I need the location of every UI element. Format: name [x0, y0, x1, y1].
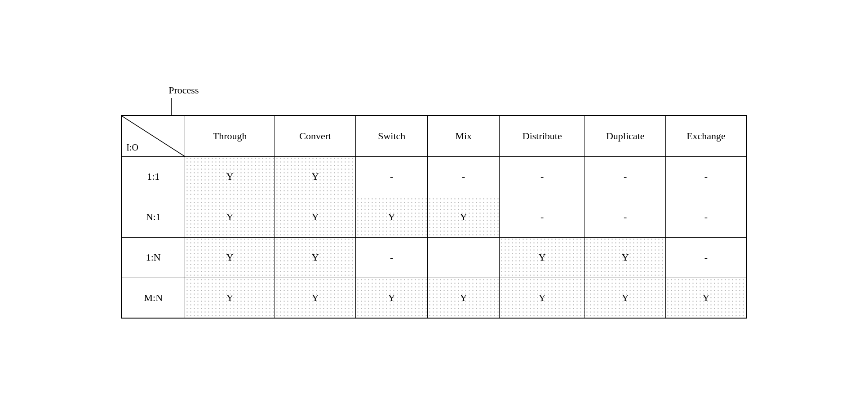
cell-r0-c4: - — [500, 156, 585, 197]
cell-r3-c4: Y — [500, 278, 585, 318]
table-row: 1:1YY----- — [121, 156, 747, 197]
table-wrapper: I:O Through Convert Switch Mix — [121, 115, 747, 319]
cell-r3-c6: Y — [666, 278, 747, 318]
cell-r0-c1: Y — [275, 156, 356, 197]
cell-r3-c0: Y — [185, 278, 275, 318]
cell-r2-c1: Y — [275, 237, 356, 278]
cell-r1-c5: - — [585, 197, 666, 237]
row-header-2: 1:N — [121, 237, 185, 278]
col-header-switch: Switch — [356, 115, 428, 157]
io-label: I:O — [126, 142, 138, 153]
cell-r2-c3 — [428, 237, 500, 278]
cell-r3-c5: Y — [585, 278, 666, 318]
cell-r1-c2: Y — [356, 197, 428, 237]
col-header-distribute: Distribute — [500, 115, 585, 157]
cell-r2-c2: - — [356, 237, 428, 278]
page-container: Process I:O — [76, 58, 792, 346]
row-header-3: M:N — [121, 278, 185, 318]
cell-r3-c3: Y — [428, 278, 500, 318]
cell-r2-c0: Y — [185, 237, 275, 278]
cell-r0-c5: - — [585, 156, 666, 197]
cell-r0-c3: - — [428, 156, 500, 197]
cell-r1-c0: Y — [185, 197, 275, 237]
cell-r0-c0: Y — [185, 156, 275, 197]
cell-r3-c1: Y — [275, 278, 356, 318]
process-label: Process — [168, 84, 199, 96]
cell-r2-c6: - — [666, 237, 747, 278]
cell-r0-c2: - — [356, 156, 428, 197]
col-header-duplicate: Duplicate — [585, 115, 666, 157]
col-header-mix: Mix — [428, 115, 500, 157]
corner-header: I:O — [121, 115, 185, 157]
col-header-through: Through — [185, 115, 275, 157]
cell-r1-c1: Y — [275, 197, 356, 237]
main-table: I:O Through Convert Switch Mix — [121, 115, 747, 319]
cell-r3-c2: Y — [356, 278, 428, 318]
cell-r2-c4: Y — [500, 237, 585, 278]
table-row: M:NYYYYYYY — [121, 278, 747, 318]
col-header-exchange: Exchange — [666, 115, 747, 157]
col-header-convert: Convert — [275, 115, 356, 157]
row-header-1: N:1 — [121, 197, 185, 237]
cell-r2-c5: Y — [585, 237, 666, 278]
cell-r1-c4: - — [500, 197, 585, 237]
table-row: 1:NYY-YY- — [121, 237, 747, 278]
table-row: N:1YYYY--- — [121, 197, 747, 237]
cell-r1-c6: - — [666, 197, 747, 237]
cell-r0-c6: - — [666, 156, 747, 197]
cell-r1-c3: Y — [428, 197, 500, 237]
row-header-0: 1:1 — [121, 156, 185, 197]
